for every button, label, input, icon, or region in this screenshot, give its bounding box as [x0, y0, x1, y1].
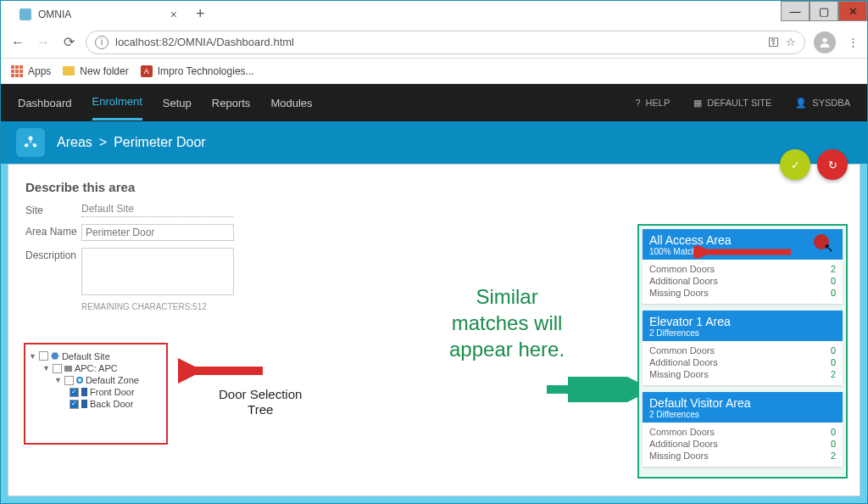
- match-row-value: 0: [831, 288, 836, 298]
- user-menu[interactable]: 👤SYSDBA: [795, 98, 850, 109]
- page-header: Areas > Perimeter Door: [1, 121, 867, 164]
- match-row-label: Missing Doors: [649, 288, 709, 298]
- match-title: Elevator 1 Area: [649, 315, 836, 328]
- match-row-label: Additional Doors: [649, 439, 718, 449]
- similar-matches-panel: All Access Area100% Match↖Common Doors2A…: [637, 224, 848, 479]
- description-label: Description: [25, 248, 81, 261]
- areaname-input[interactable]: [81, 224, 234, 241]
- apps-icon: [11, 65, 23, 77]
- match-card-header: Default Visitor Area2 Differences: [643, 392, 843, 423]
- tree-apc-row[interactable]: ▼ APC: APC: [29, 362, 163, 374]
- match-row-label: Missing Doors: [649, 369, 709, 379]
- tree-checkbox[interactable]: [39, 351, 48, 361]
- site-info-icon[interactable]: i: [95, 36, 108, 49]
- tree-twisty-icon[interactable]: ▼: [29, 352, 36, 361]
- nav-dashboard[interactable]: Dashboard: [18, 87, 72, 120]
- help-icon: ?: [635, 98, 640, 108]
- match-card-body: Common Doors0Additional Doors0Missing Do…: [643, 423, 843, 467]
- forward-icon[interactable]: →: [35, 35, 52, 50]
- match-row: Additional Doors0: [649, 438, 836, 450]
- match-row: Common Doors2: [649, 263, 836, 275]
- account-icon[interactable]: [814, 31, 836, 53]
- match-card-body: Common Doors0Additional Doors0Missing Do…: [643, 341, 843, 385]
- url-text: localhost:82/OMNIA/Dashboard.html: [115, 36, 294, 48]
- breadcrumb-current: Perimeter Door: [114, 135, 205, 150]
- match-row-value: 2: [831, 264, 836, 274]
- revert-button[interactable]: ↻: [817, 149, 848, 180]
- match-title: Default Visitor Area: [649, 396, 836, 410]
- window-close-button[interactable]: ✕: [838, 1, 867, 21]
- match-row-value: 2: [831, 369, 836, 379]
- tree-checkbox[interactable]: [64, 376, 74, 385]
- window-maximize-button[interactable]: ▢: [810, 1, 838, 21]
- star-icon[interactable]: ☆: [786, 36, 796, 48]
- match-card[interactable]: Default Visitor Area2 DifferencesCommon …: [643, 392, 843, 467]
- tree-checkbox[interactable]: [70, 400, 79, 409]
- annotation-red-arrow-small: [693, 246, 795, 258]
- site-label: Site: [25, 203, 81, 216]
- new-tab-button[interactable]: +: [196, 5, 205, 23]
- areaname-label: Area Name: [25, 224, 81, 238]
- match-card[interactable]: All Access Area100% Match↖Common Doors2A…: [643, 229, 843, 304]
- impro-icon: A: [141, 65, 153, 77]
- content-panel: ✓ ↻ Describe this area Site Default Site…: [8, 164, 860, 496]
- tree-checkbox[interactable]: [53, 364, 62, 373]
- save-button[interactable]: ✓: [780, 149, 810, 180]
- menu-icon[interactable]: ⋮: [848, 36, 859, 48]
- tree-zone-row[interactable]: ▼ Default Zone: [29, 374, 163, 386]
- nav-setup[interactable]: Setup: [163, 87, 192, 120]
- door-icon: [81, 388, 87, 396]
- help-link[interactable]: ?HELP: [635, 98, 670, 108]
- tree-checkbox[interactable]: [70, 388, 79, 397]
- tree-twisty-icon[interactable]: ▼: [54, 376, 62, 384]
- match-row: Additional Doors0: [649, 275, 836, 287]
- match-row: Common Doors0: [649, 426, 836, 438]
- match-row: Missing Doors2: [649, 450, 836, 462]
- back-icon[interactable]: ←: [9, 35, 26, 50]
- nav-modules[interactable]: Modules: [270, 87, 312, 120]
- match-row-value: 0: [831, 427, 836, 437]
- tree-twisty-icon[interactable]: ▼: [42, 364, 50, 372]
- tab-favicon: [19, 8, 31, 20]
- impro-bookmark[interactable]: A Impro Technologies...: [141, 65, 254, 77]
- breadcrumb-separator: >: [99, 135, 107, 150]
- site-selector[interactable]: ▦DEFAULT SITE: [693, 98, 771, 109]
- tab-title: OMNIA: [38, 8, 164, 20]
- match-subtitle: 2 Differences: [649, 410, 836, 419]
- match-row: Additional Doors0: [649, 356, 836, 368]
- svg-point-1: [29, 137, 33, 141]
- nav-enrolment[interactable]: Enrolment: [92, 85, 142, 120]
- tab-close-icon[interactable]: ×: [170, 8, 177, 21]
- reload-icon[interactable]: ⟳: [60, 34, 77, 50]
- match-row-label: Additional Doors: [649, 276, 718, 286]
- browser-tab[interactable]: OMNIA ×: [9, 3, 187, 26]
- description-input[interactable]: [81, 248, 234, 295]
- match-row: Common Doors0: [649, 344, 836, 356]
- match-row: Missing Doors2: [649, 368, 836, 380]
- browser-toolbar: ← → ⟳ i localhost:82/OMNIA/Dashboard.htm…: [1, 26, 867, 59]
- match-row-label: Common Doors: [649, 345, 715, 356]
- site-icon: ▦: [693, 98, 702, 109]
- site-value[interactable]: Default Site: [81, 203, 234, 217]
- breadcrumb-root[interactable]: Areas: [57, 135, 92, 150]
- match-row-value: 0: [831, 276, 836, 286]
- nav-reports[interactable]: Reports: [212, 87, 251, 120]
- window-minimize-button[interactable]: —: [781, 1, 810, 21]
- door-selection-tree: ▼ ⬣ Default Site ▼ APC: APC ▼ Default Zo…: [24, 343, 168, 445]
- apps-bookmark[interactable]: Apps: [11, 65, 51, 77]
- match-card-header: Elevator 1 Area2 Differences: [643, 311, 843, 341]
- annotation-red-arrow: [178, 358, 271, 384]
- tree-door-row[interactable]: Back Door: [29, 398, 163, 410]
- address-bar[interactable]: i localhost:82/OMNIA/Dashboard.html ⚿ ☆: [86, 31, 805, 54]
- newfolder-bookmark[interactable]: New folder: [63, 65, 128, 77]
- match-card-header: All Access Area100% Match↖: [643, 229, 843, 260]
- annotation-matches-label: Similar matches will appear here.: [449, 283, 565, 363]
- tree-door-row[interactable]: Front Door: [29, 386, 163, 398]
- tree-site-row[interactable]: ▼ ⬣ Default Site: [29, 350, 163, 362]
- match-card[interactable]: Elevator 1 Area2 DifferencesCommon Doors…: [643, 311, 843, 385]
- annotation-green-arrow: [542, 377, 644, 402]
- section-title: Describe this area: [25, 180, 843, 194]
- apc-icon: [64, 366, 72, 372]
- key-icon[interactable]: ⚿: [768, 36, 779, 48]
- match-subtitle: 2 Differences: [649, 328, 836, 338]
